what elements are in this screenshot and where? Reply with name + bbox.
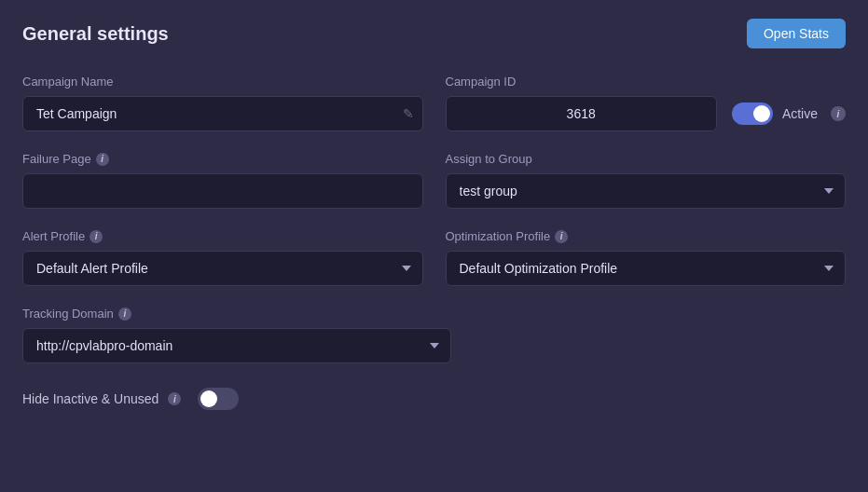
active-toggle-slider xyxy=(732,102,773,125)
alert-profile-group: Alert Profile i Default Alert Profile xyxy=(22,229,423,286)
form-row-3: Alert Profile i Default Alert Profile Op… xyxy=(22,229,846,286)
hide-inactive-row: Hide Inactive & Unused i xyxy=(22,388,846,410)
open-stats-button[interactable]: Open Stats xyxy=(747,19,846,48)
alert-profile-label: Alert Profile i xyxy=(22,229,423,243)
assign-group-group: Assign to Group test group xyxy=(446,152,847,209)
campaign-name-group: Campaign Name ✎ xyxy=(22,75,423,131)
header: General settings Open Stats xyxy=(22,19,846,48)
alert-profile-info-icon: i xyxy=(90,230,103,243)
tracking-domain-select[interactable]: http://cpvlabpro-domain xyxy=(22,328,451,363)
form-row-1: Campaign Name ✎ Campaign ID xyxy=(22,75,846,131)
page-wrapper: General settings Open Stats Campaign Nam… xyxy=(0,0,868,429)
assign-group-label: Assign to Group xyxy=(446,152,847,166)
tracking-domain-info-icon: i xyxy=(118,308,131,321)
hide-inactive-toggle[interactable] xyxy=(198,388,239,410)
form-row-2: Failure Page i Assign to Group test grou… xyxy=(22,152,846,209)
campaign-id-label: Campaign ID xyxy=(446,75,847,89)
campaign-name-input[interactable] xyxy=(22,96,423,131)
tracking-domain-label: Tracking Domain i xyxy=(22,307,451,321)
campaign-id-input[interactable] xyxy=(446,96,717,131)
hide-inactive-label: Hide Inactive & Unused xyxy=(22,391,158,406)
hide-inactive-toggle-slider xyxy=(198,388,239,410)
active-toggle[interactable] xyxy=(732,102,773,125)
optimization-profile-info-icon: i xyxy=(555,230,568,243)
edit-icon: ✎ xyxy=(403,106,414,121)
assign-group-select[interactable]: test group xyxy=(446,173,847,209)
form-section: Campaign Name ✎ Campaign ID xyxy=(22,75,846,410)
campaign-name-label: Campaign Name xyxy=(22,75,423,89)
alert-profile-select[interactable]: Default Alert Profile xyxy=(22,251,423,286)
campaign-id-group: Campaign ID Active i xyxy=(446,75,847,131)
failure-page-input[interactable] xyxy=(22,173,423,209)
hide-inactive-info-icon: i xyxy=(168,392,181,405)
optimization-profile-group: Optimization Profile i Default Optimizat… xyxy=(446,229,847,286)
tracking-domain-group: Tracking Domain i http://cpvlabpro-domai… xyxy=(22,307,451,363)
campaign-id-input-wrapper xyxy=(446,96,717,131)
failure-page-label: Failure Page i xyxy=(22,152,423,166)
active-label: Active xyxy=(782,106,818,121)
failure-page-group: Failure Page i xyxy=(22,152,423,209)
optimization-profile-select[interactable]: Default Optimization Profile xyxy=(446,251,847,286)
active-info-icon: i xyxy=(831,106,846,121)
form-row-4: Tracking Domain i http://cpvlabpro-domai… xyxy=(22,307,846,363)
page-title: General settings xyxy=(22,23,169,45)
active-toggle-area: Active i xyxy=(732,102,846,125)
failure-page-info-icon: i xyxy=(96,153,109,166)
optimization-profile-label: Optimization Profile i xyxy=(446,229,847,243)
campaign-name-input-wrapper: ✎ xyxy=(22,96,423,131)
campaign-id-row: Active i xyxy=(446,96,847,131)
